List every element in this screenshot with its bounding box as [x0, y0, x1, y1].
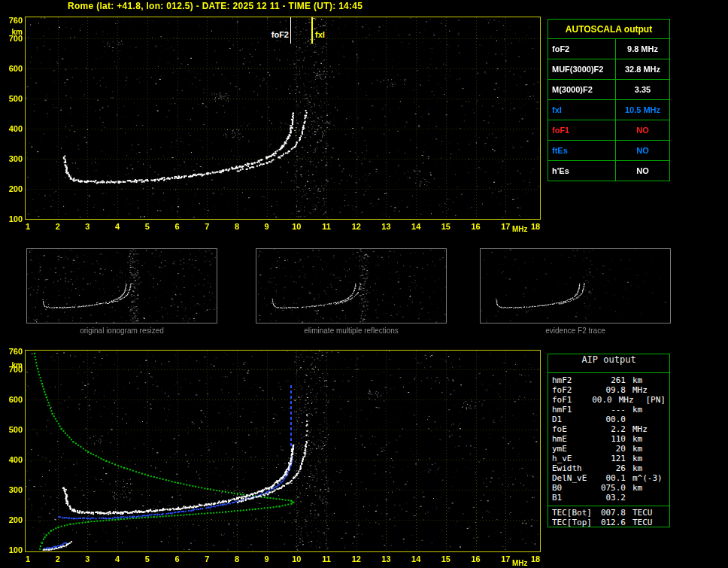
aip-row: ymE20km [548, 444, 669, 454]
aip-row-name: B0 [552, 483, 597, 493]
y-tick-label: 300 [3, 485, 23, 494]
aip-row-unit: TECU [632, 508, 666, 518]
x-tick-label: 4 [108, 222, 126, 231]
foF2-marker-label: foF2 [263, 30, 290, 39]
x-tick-label: 15 [437, 222, 455, 231]
y-tick-label: 760 [3, 347, 23, 356]
aip-row: h_vE121km [548, 454, 669, 463]
autoscala-row: h'EsNO [548, 161, 670, 181]
x-tick-label: 16 [467, 554, 485, 563]
x-tick-label: 14 [407, 222, 425, 231]
aip-row-note: [PN] [645, 395, 666, 405]
x-tick-label: 2 [49, 222, 67, 231]
x-tick-label: 12 [347, 554, 366, 563]
aip-row-name: B1 [552, 493, 597, 503]
autoscala-output-table: AUTOSCALA output foF29.8 MHzMUF(3000)F23… [548, 19, 670, 181]
aip-row-unit: MHz [619, 395, 646, 405]
x-tick-label: 10 [287, 554, 305, 563]
x-tick-label: 17 [496, 222, 514, 231]
aip-row-name: D1 [552, 415, 597, 424]
aip-row-unit: m^(-3) [632, 473, 666, 483]
x-tick-label: 3 [78, 222, 96, 231]
thumbnail-evidence-f2-trace [480, 248, 671, 323]
aip-row-name: hmF1 [552, 405, 597, 415]
x-tick-label: 8 [228, 554, 246, 563]
autoscala-row-value: 3.35 [616, 80, 670, 100]
autoscala-row: fxI10.5 MHz [548, 100, 670, 120]
x-tick-label: 11 [317, 222, 335, 231]
x-tick-label: 7 [198, 554, 216, 563]
aip-row: hmE110km [548, 434, 669, 444]
aip-row: hmF2261km [548, 375, 669, 385]
profile-ionogram-plot [25, 350, 541, 552]
x-tick-label: 11 [317, 554, 335, 563]
x-tick-label: 9 [258, 222, 276, 231]
aip-row: DelN_vE00.1m^(-3) [548, 473, 669, 483]
x-tick-label: 5 [138, 554, 156, 563]
aip-row-unit: km [632, 463, 666, 473]
aip-row-unit: MHz [632, 385, 666, 395]
aip-row-value: 00.1 [597, 473, 626, 483]
autoscala-row-value: NO [616, 120, 670, 141]
aip-row-name: hmF2 [552, 375, 597, 385]
autoscala-row: MUF(3000)F232.8 MHz [548, 59, 670, 80]
x-tick-label: 17 [496, 554, 514, 563]
y-tick-label: 500 [3, 425, 23, 434]
y-tick-label: 400 [3, 455, 23, 464]
aip-row-unit: km [632, 483, 666, 493]
x-tick-label: 9 [258, 554, 276, 563]
aip-row-value: 09.8 [597, 385, 626, 395]
aip-row-value: 110 [597, 434, 626, 444]
thumbnail-caption: eliminate multiple reflections [256, 327, 447, 335]
y-tick-label: 700 [3, 34, 23, 43]
aip-row: D100.0 [548, 415, 669, 424]
y-tick-label: 700 [3, 365, 23, 374]
aip-row-unit [632, 415, 666, 424]
aip-row-value: 2.2 [597, 424, 626, 434]
y-tick-label: 400 [3, 124, 23, 133]
top-ionogram-plot [25, 17, 541, 220]
aip-row-value: 20 [597, 444, 626, 454]
x-tick-label: 6 [168, 222, 187, 231]
autoscala-row: foF29.8 MHz [548, 39, 670, 59]
aip-row-name: foF2 [552, 385, 597, 395]
y-tick-label: 760 [3, 16, 23, 25]
aip-row: TEC[Top]012.6TECU [548, 518, 669, 527]
aip-row-name: DelN_vE [552, 473, 597, 483]
autoscala-row-value: NO [616, 141, 670, 161]
y-tick-label: 200 [3, 515, 23, 524]
aip-row: foF100.0MHz[PN] [548, 395, 669, 405]
x-tick-label: 16 [467, 222, 485, 231]
y-tick-label: 300 [3, 154, 23, 163]
aip-row-name: hmE [552, 434, 597, 444]
aip-row-unit: MHz [632, 424, 666, 434]
aip-row-value: 03.2 [597, 493, 626, 503]
y-tick-label: 200 [3, 184, 23, 193]
x-tick-label: 1 [19, 222, 37, 231]
aip-row-unit: km [632, 375, 666, 385]
autoscala-row-label: foF2 [548, 39, 616, 59]
autoscala-app-window: Rome (lat: +41.8, lon: 012.5) - DATE: 20… [0, 0, 728, 568]
y-tick-label: 600 [3, 64, 23, 73]
aip-row-name: foF1 [552, 395, 589, 405]
autoscala-row-label: h'Es [548, 161, 616, 181]
aip-table-tec-section: TEC[Bot]007.8TECUTEC[Top]012.6TECU [548, 506, 669, 527]
thumbnail-caption: original ionogram resized [26, 327, 217, 335]
autoscala-row-value: 9.8 MHz [616, 39, 670, 59]
aip-row-unit: km [632, 434, 666, 444]
x-tick-label: 3 [78, 554, 96, 563]
autoscala-table-header: AUTOSCALA output [548, 20, 670, 39]
aip-row-value: 121 [597, 454, 626, 463]
aip-row: TEC[Bot]007.8TECU [548, 508, 669, 518]
autoscala-row: ftEsNO [548, 141, 670, 161]
x-tick-label: 12 [347, 222, 366, 231]
autoscala-row: foF1NO [548, 120, 670, 141]
x-tick-label: 7 [198, 222, 216, 231]
autoscala-row-label: M(3000)F2 [548, 80, 616, 100]
aip-row-name: ymE [552, 444, 597, 454]
aip-row-value: --- [597, 405, 626, 415]
aip-row-value: 00.0 [597, 415, 626, 424]
aip-row-unit: TECU [632, 518, 666, 527]
aip-row: B103.2 [548, 493, 669, 503]
aip-row-name: Ewidth [552, 463, 597, 473]
